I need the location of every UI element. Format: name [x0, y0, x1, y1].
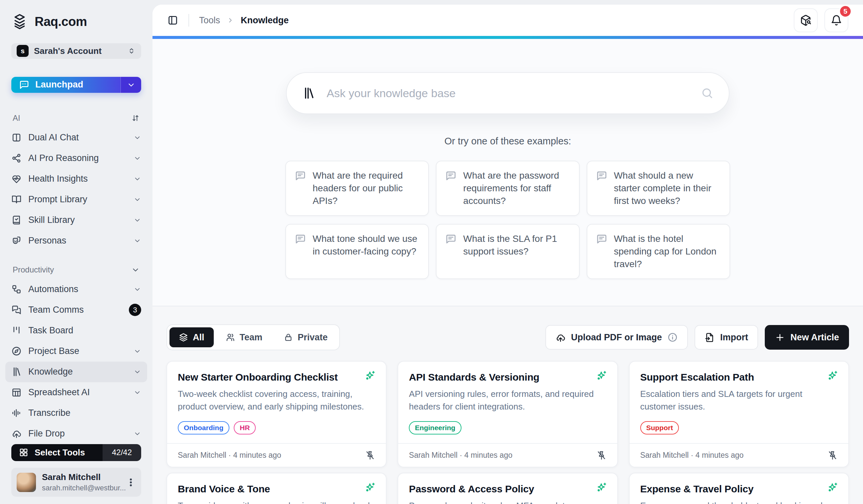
chevron-down-icon [134, 154, 141, 162]
chevron-down-icon[interactable] [131, 266, 140, 274]
article-card-1[interactable]: New Starter Onboarding ChecklistTwo-week… [166, 361, 387, 467]
sidebar-item-label: Health Insights [28, 174, 88, 184]
kebab-icon[interactable] [126, 477, 136, 487]
sidebar-item-transcribe[interactable]: Transcribe [5, 403, 147, 424]
sidebar-item-file-drop[interactable]: File Drop [5, 424, 147, 444]
article-card-2[interactable]: API Standards & VersioningAPI versioning… [398, 361, 617, 467]
tab-label: Team [240, 332, 263, 343]
panel-left-icon[interactable] [167, 15, 178, 26]
account-switcher[interactable]: s Sarah's Account [11, 43, 141, 59]
chevrons-updown-icon [127, 47, 136, 55]
sidebar-item-ai-pro-reasoning[interactable]: AI Pro Reasoning [5, 148, 147, 169]
notifications-button[interactable]: 5 [824, 8, 848, 32]
tag-support: Support [640, 421, 679, 435]
new-article-button[interactable]: New Article [765, 325, 849, 350]
launchpad-button[interactable]: Launchpad [11, 77, 141, 93]
lock-icon [284, 333, 293, 342]
tab-private[interactable]: Private [274, 327, 337, 347]
pin-off-icon[interactable] [365, 450, 375, 461]
search-input[interactable] [327, 87, 689, 100]
cloud-upload-icon [555, 332, 566, 343]
sort-icon[interactable] [131, 114, 140, 122]
sparkles-icon [365, 370, 376, 382]
article-meta: Sarah Mitchell · 4 minutes ago [409, 451, 512, 460]
library-icon [11, 366, 22, 377]
grid-icon [18, 448, 29, 457]
tab-team[interactable]: Team [216, 327, 272, 347]
sidebar-item-team-comms[interactable]: Team Comms3 [5, 300, 147, 320]
article-card-3[interactable]: Support Escalation PathEscalation tiers … [629, 361, 849, 467]
network-icon [11, 153, 22, 163]
sidebar-item-spreadsheet-ai[interactable]: Spreadsheet AI [5, 382, 147, 403]
sidebar-item-personas[interactable]: Personas [5, 231, 147, 251]
sidebar-item-dual-ai-chat[interactable]: Dual AI Chat [5, 127, 147, 148]
example-prompt-4[interactable]: What tone should we use in customer-faci… [285, 224, 429, 279]
example-prompt-6[interactable]: What is the hotel spending cap for Londo… [587, 224, 730, 279]
pin-off-icon[interactable] [827, 450, 838, 461]
notification-badge: 5 [839, 5, 852, 18]
example-prompt-2[interactable]: What are the password requirements for s… [436, 161, 579, 216]
breadcrumb-current: Knowledge [241, 15, 289, 26]
sparkles-icon [827, 482, 838, 493]
import-button[interactable]: Import [695, 325, 758, 350]
user-email: sarah.mitchell@westbur... [42, 484, 120, 492]
table-icon [11, 387, 22, 398]
message-square-icon [295, 170, 306, 182]
upload-pdf-button[interactable]: Upload PDF or Image [545, 325, 688, 350]
sidebar-section-header-ai[interactable]: AI [11, 114, 141, 123]
tab-all[interactable]: All [170, 327, 214, 347]
article-card-5[interactable]: Password & Access PolicyPassword complex… [398, 473, 617, 504]
article-footer: Sarah Mitchell · 4 minutes ago [629, 443, 848, 467]
chat-bubbles-icon [11, 305, 22, 315]
plus-icon [775, 332, 785, 343]
user-card[interactable]: Sarah Mitchell sarah.mitchell@westbur... [11, 468, 141, 497]
sidebar-item-project-base[interactable]: Project Base [5, 341, 147, 362]
sidebar-item-task-board[interactable]: Task Board [5, 320, 147, 341]
article-card-6[interactable]: Expense & Travel PolicyExpense approval … [629, 473, 849, 504]
account-label: Sarah's Account [34, 46, 122, 56]
select-tools-label: Select Tools [35, 448, 85, 458]
sidebar-item-prompt-library[interactable]: Prompt Library [5, 189, 147, 210]
message-square-icon [445, 234, 456, 245]
article-card-body: Brand Voice & ToneTone guidance with app… [167, 474, 386, 504]
users-icon [226, 333, 235, 342]
dual-chat-icon [11, 132, 22, 143]
logo: Raq.com [11, 13, 141, 30]
heart-pulse-icon [11, 174, 22, 184]
topbar-actions: 5 [794, 8, 848, 32]
example-prompt-1[interactable]: What are the required headers for our pu… [285, 161, 429, 216]
articles-section: AllTeamPrivate Upload PDF or Image Impor… [152, 306, 863, 504]
sidebar-item-automations[interactable]: Automations [5, 279, 147, 300]
sidebar-section-header-productivity[interactable]: Productivity [11, 265, 141, 274]
sidebar-item-label: Prompt Library [28, 194, 87, 205]
sidebar-item-skill-library[interactable]: Skill Library [5, 210, 147, 231]
avatar [17, 473, 36, 492]
sidebar-item-health-insights[interactable]: Health Insights [5, 169, 147, 189]
select-tools-button[interactable]: Select Tools 42/42 [11, 444, 141, 461]
search-icon[interactable] [701, 87, 713, 100]
pin-off-icon[interactable] [596, 450, 606, 461]
launchpad-caret[interactable] [121, 77, 141, 93]
article-footer: Sarah Mitchell · 4 minutes ago [398, 443, 617, 467]
book-open-icon [11, 194, 22, 205]
sidebar-item-label: Personas [28, 235, 66, 246]
tag-hr: HR [234, 421, 256, 435]
visibility-tabs: AllTeamPrivate [166, 324, 340, 350]
sidebar-item-knowledge[interactable]: Knowledge [5, 362, 147, 382]
example-prompt-5[interactable]: What is the SLA for P1 support issues? [436, 224, 579, 279]
chevron-down-icon [134, 237, 141, 245]
article-card-4[interactable]: Brand Voice & ToneTone guidance with app… [166, 473, 387, 504]
masks-icon [11, 235, 22, 246]
chevron-down-icon [134, 285, 141, 293]
article-card-body: Password & Access PolicyPassword complex… [398, 474, 617, 504]
article-description: API versioning rules, error formats, and… [409, 388, 606, 413]
article-title: Expense & Travel Policy [640, 483, 838, 495]
package-search-button[interactable] [794, 8, 818, 32]
select-tools-main: Select Tools [11, 444, 102, 461]
launchpad-main[interactable]: Launchpad [11, 77, 121, 93]
breadcrumb-tools[interactable]: Tools [199, 15, 220, 26]
example-prompt-3[interactable]: What should a new starter complete in th… [587, 161, 730, 216]
chevron-down-icon [134, 216, 141, 224]
sparkles-icon [596, 370, 607, 382]
sidebar-item-label: Automations [28, 284, 78, 294]
